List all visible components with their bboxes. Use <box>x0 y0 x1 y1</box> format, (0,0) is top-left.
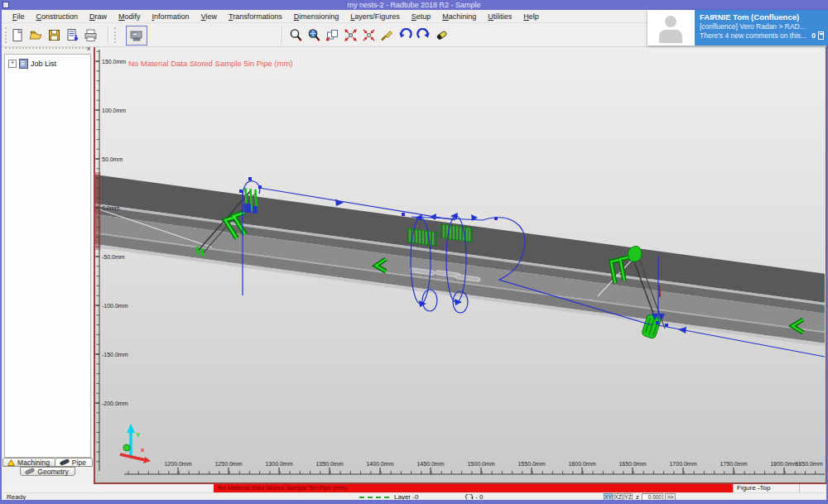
ruler-label: 1650.0mm <box>619 461 646 467</box>
ruler-label: 100.0mm <box>102 108 126 113</box>
ruler-label: 1450.0mm <box>416 461 444 467</box>
notification-title: FAIRNIE Tom (Confluence) <box>700 12 824 22</box>
zoom-previous-icon <box>362 28 376 42</box>
notification-toast[interactable]: FAIRNIE Tom (Confluence) [confluence] Ve… <box>647 10 828 46</box>
menu-item-information[interactable]: Information <box>147 12 195 21</box>
ruler-label: 1400.0mm <box>366 461 393 467</box>
vertical-ruler: 150.0mm100.0mm50.0mm0.0mm-50.0mm-100.0mm… <box>95 50 128 471</box>
tree-expander-icon[interactable]: + <box>8 60 17 68</box>
job-list-icon <box>19 59 28 69</box>
panel-tabs: Machining Pipe Geometry <box>2 458 94 476</box>
menu-item-setup[interactable]: Setup <box>406 12 437 21</box>
redo-arrow-icon <box>416 28 431 42</box>
menu-item-help[interactable]: Help <box>518 12 545 21</box>
zoom-previous-button[interactable] <box>361 27 377 43</box>
machine-icon <box>129 28 144 43</box>
canvas-warning-text: No Material Data Stored Sample 5in Pipe … <box>128 59 293 68</box>
pipe-icon <box>60 458 70 466</box>
ruler-label: 1300.0mm <box>265 461 292 467</box>
undo-arrow-icon <box>398 28 412 42</box>
tab-pipe[interactable]: Pipe <box>55 458 93 467</box>
job-list-tree[interactable]: + Job List <box>4 54 91 458</box>
menu-item-file[interactable]: File <box>7 12 31 21</box>
toolbar-separator <box>282 26 283 44</box>
ruler-label: 1500.0mm <box>467 461 494 467</box>
pipe-model[interactable] <box>95 175 825 347</box>
menu-item-machining[interactable]: Machining <box>436 12 482 21</box>
notification-subtitle: [confluence] Vero Radan > RAD... <box>700 22 824 31</box>
zoom-all-button[interactable] <box>306 27 322 43</box>
figure-label: Figure -Top <box>737 484 770 492</box>
window-border-left <box>0 0 2 504</box>
feature-blob-top-right <box>628 246 642 262</box>
new-file-button[interactable] <box>10 27 26 43</box>
ruler-label: 50.0mm <box>102 156 123 162</box>
ruler-label: 1550.0mm <box>518 461 545 467</box>
tab-geometry[interactable]: Geometry <box>20 467 75 476</box>
tree-item-label: Job List <box>31 60 56 68</box>
notification-app-icon <box>818 31 824 40</box>
menu-item-dimensioning[interactable]: Dimensioning <box>288 12 345 21</box>
menu-item-draw[interactable]: Draw <box>84 12 113 21</box>
tab-machining[interactable]: Machining <box>2 458 56 467</box>
printer-icon <box>84 28 98 42</box>
menu-item-transformations[interactable]: Transformations <box>223 12 288 21</box>
brush-icon <box>380 28 394 42</box>
ruler-label: 0.0mm <box>102 205 120 211</box>
job-list-panel: x + Job List Machining Pipe Geometry <box>2 46 94 484</box>
avatar <box>647 10 695 46</box>
erase-button[interactable] <box>434 27 450 43</box>
zoom-window-button[interactable] <box>325 27 340 43</box>
drawing-canvas[interactable]: 150.0mm100.0mm50.0mm0.0mm-50.0mm-100.0mm… <box>94 46 826 484</box>
save-floppy-icon <box>47 28 61 42</box>
notification-message: There's 4 new comments on this... <box>700 31 806 40</box>
toolbar-grip[interactable] <box>5 27 9 43</box>
eraser-icon <box>435 28 449 42</box>
ruler-label: -100.0mm <box>102 303 128 309</box>
undo-button[interactable] <box>397 27 413 43</box>
save-button[interactable] <box>46 27 62 43</box>
geometry-pipe-icon <box>25 468 35 475</box>
layer-line-sample <box>359 497 389 498</box>
zoom-window-icon <box>325 28 339 42</box>
menu-item-utilities[interactable]: Utilities <box>482 12 518 21</box>
ruler-pipe-tint <box>95 172 101 250</box>
ruler-label: 1200.0mm <box>164 461 191 467</box>
menu-item-construction[interactable]: Construction <box>31 12 84 21</box>
magnifier-globe-icon <box>307 28 321 42</box>
ruler-label: -200.0mm <box>102 401 128 406</box>
horizontal-ruler: 1200.0mm1250.0mm1300.0mm1350.0mm1400.0mm… <box>124 461 825 474</box>
red-mark-right <box>659 285 660 297</box>
warning-icon <box>7 459 15 466</box>
zoom-extents-button[interactable] <box>343 27 359 43</box>
prompt-row: No Material Data Stored Sample 5in Pipe … <box>2 484 826 492</box>
menu-item-modify[interactable]: Modify <box>113 12 147 21</box>
ruler-label: 1250.0mm <box>214 461 242 467</box>
import-button[interactable] <box>65 27 80 43</box>
ruler-label: 1350.0mm <box>315 461 343 467</box>
redraw-button[interactable] <box>379 27 395 43</box>
open-folder-icon <box>29 28 43 42</box>
ruler-label: 1750.0mm <box>720 461 747 467</box>
zoom-in-button[interactable] <box>288 27 304 43</box>
open-file-button[interactable] <box>28 27 44 43</box>
import-list-icon <box>65 28 79 42</box>
menu-item-layers-figures[interactable]: Layers/Figures <box>344 12 406 21</box>
ucs-axes-icon: Y x <box>120 424 151 463</box>
ruler-label: 1850.0mm <box>795 461 822 467</box>
redo-button[interactable] <box>416 27 431 43</box>
title-bar[interactable]: my nests-2 - Radtube 2018 R2 - Sample <box>0 0 828 10</box>
print-button[interactable] <box>83 27 99 43</box>
ruler-label: -50.0mm <box>102 254 125 260</box>
ruler-label: 1700.0mm <box>669 461 696 467</box>
new-file-icon <box>11 28 25 42</box>
app-icon <box>2 2 9 8</box>
machine-tool-button[interactable] <box>126 26 147 46</box>
toolbar-separator <box>108 26 109 44</box>
tree-item-job-list[interactable]: + Job List <box>8 59 90 69</box>
menu-item-view[interactable]: View <box>195 12 223 21</box>
zoom-extents-icon <box>344 28 358 42</box>
toolbar-grip[interactable] <box>114 27 118 43</box>
magnifier-icon <box>289 28 303 42</box>
ruler-label: 150.0mm <box>102 59 126 65</box>
